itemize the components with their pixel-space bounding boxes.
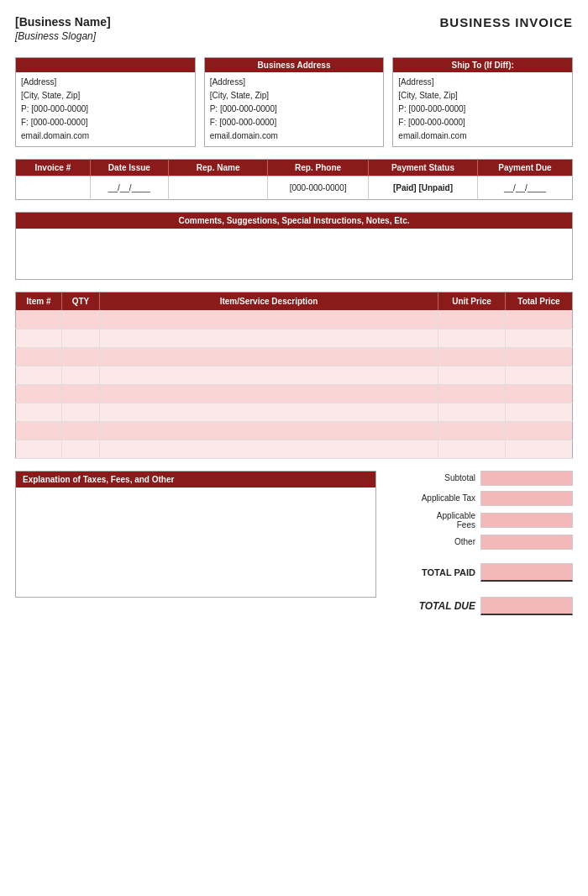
meta-payment-due[interactable]: __/__/____: [478, 177, 573, 200]
table-cell-qty[interactable]: [62, 440, 100, 458]
table-row: [16, 403, 573, 421]
meta-header-date: Date Issue: [90, 160, 168, 177]
table-cell-qty[interactable]: [62, 347, 100, 366]
items-header-unit-price: Unit Price: [438, 293, 506, 311]
table-cell-description[interactable]: [100, 384, 438, 403]
total-due-row: TOTAL DUE: [388, 597, 573, 615]
table-cell-item_num[interactable]: [16, 421, 62, 440]
address-line-3: [Address]: [398, 76, 567, 89]
meta-invoice-num[interactable]: [16, 177, 91, 200]
table-cell-total_price[interactable]: [506, 421, 573, 440]
subtotal-value[interactable]: [480, 471, 573, 486]
taxes-header: Explanation of Taxes, Fees, and Other: [16, 472, 375, 488]
table-cell-item_num[interactable]: [16, 329, 62, 347]
meta-date-issue[interactable]: __/__/____: [90, 177, 168, 200]
comments-header: Comments, Suggestions, Special Instructi…: [16, 213, 572, 229]
items-header-qty: QTY: [62, 293, 100, 311]
taxes-section: Explanation of Taxes, Fees, and Other: [15, 471, 376, 598]
table-cell-description[interactable]: [100, 347, 438, 366]
fees-value[interactable]: [480, 513, 573, 528]
items-header-num: Item #: [16, 293, 62, 311]
city-state-zip-3: [City, State, Zip]: [398, 89, 567, 103]
table-cell-unit_price[interactable]: [438, 347, 506, 366]
other-value[interactable]: [480, 535, 573, 550]
meta-header-payment-status: Payment Status: [368, 160, 477, 177]
fax-2: F: [000-000-0000]: [210, 116, 379, 129]
address-body-1: [Address] [City, State, Zip] P: [000-000…: [16, 72, 195, 146]
tax-value[interactable]: [480, 491, 573, 506]
table-cell-unit_price[interactable]: [438, 421, 506, 440]
table-cell-item_num[interactable]: [16, 440, 62, 458]
subtotal-row: Subtotal: [388, 471, 573, 486]
table-cell-description[interactable]: [100, 329, 438, 347]
table-cell-unit_price[interactable]: [438, 403, 506, 421]
table-cell-description[interactable]: [100, 366, 438, 384]
table-cell-item_num[interactable]: [16, 403, 62, 421]
table-cell-unit_price[interactable]: [438, 384, 506, 403]
address-line-1: [Address]: [21, 76, 190, 89]
items-header-total-price: Total Price: [506, 293, 573, 311]
table-cell-description[interactable]: [100, 403, 438, 421]
table-cell-total_price[interactable]: [506, 310, 573, 329]
address-body-2: [Address] [City, State, Zip] P: [000-000…: [205, 72, 384, 146]
table-row: [16, 329, 573, 347]
table-cell-unit_price[interactable]: [438, 366, 506, 384]
comments-body[interactable]: [16, 229, 572, 279]
comments-section: Comments, Suggestions, Special Instructi…: [15, 212, 573, 280]
total-due-label: TOTAL DUE: [400, 600, 475, 612]
total-due-value[interactable]: [480, 597, 573, 615]
table-cell-qty[interactable]: [62, 329, 100, 347]
address-header-2: Business Address: [205, 58, 384, 72]
tax-row: Applicable Tax: [388, 491, 573, 506]
table-cell-total_price[interactable]: [506, 347, 573, 366]
meta-table: Invoice # Date Issue Rep. Name Rep. Phon…: [15, 159, 573, 200]
table-cell-description[interactable]: [100, 421, 438, 440]
table-cell-total_price[interactable]: [506, 366, 573, 384]
address-header-1: [16, 58, 195, 72]
table-cell-total_price[interactable]: [506, 440, 573, 458]
table-cell-item_num[interactable]: [16, 366, 62, 384]
table-cell-description[interactable]: [100, 440, 438, 458]
table-row: [16, 366, 573, 384]
table-cell-item_num[interactable]: [16, 384, 62, 403]
table-cell-qty[interactable]: [62, 366, 100, 384]
table-cell-total_price[interactable]: [506, 384, 573, 403]
fax-1: F: [000-000-0000]: [21, 116, 190, 129]
taxes-body[interactable]: [16, 488, 375, 597]
business-name: [Business Name]: [15, 15, 111, 29]
total-paid-value[interactable]: [480, 563, 573, 582]
bottom-section: Explanation of Taxes, Fees, and Other Su…: [15, 471, 573, 615]
table-cell-qty[interactable]: [62, 310, 100, 329]
email-2: email.domain.com: [210, 129, 379, 143]
table-cell-unit_price[interactable]: [438, 310, 506, 329]
business-slogan: [Business Slogan]: [15, 30, 111, 42]
table-cell-unit_price[interactable]: [438, 329, 506, 347]
table-cell-qty[interactable]: [62, 384, 100, 403]
city-state-zip-2: [City, State, Zip]: [210, 89, 379, 103]
address-header-3: Ship To (If Diff):: [393, 58, 572, 72]
meta-payment-status[interactable]: [Paid] [Unpaid]: [368, 177, 477, 200]
table-cell-description[interactable]: [100, 310, 438, 329]
table-row: [16, 384, 573, 403]
address-line-2: [Address]: [210, 76, 379, 89]
table-cell-total_price[interactable]: [506, 329, 573, 347]
table-cell-unit_price[interactable]: [438, 440, 506, 458]
phone-2: P: [000-000-0000]: [210, 103, 379, 116]
table-cell-total_price[interactable]: [506, 403, 573, 421]
fax-3: F: [000-000-0000]: [398, 116, 567, 129]
meta-header-invoice: Invoice #: [16, 160, 91, 177]
address-section: [Address] [City, State, Zip] P: [000-000…: [15, 57, 573, 147]
fees-row: Applicable Fees: [388, 511, 573, 530]
email-1: email.domain.com: [21, 129, 190, 143]
table-cell-item_num[interactable]: [16, 347, 62, 366]
phone-3: P: [000-000-0000]: [398, 103, 567, 116]
meta-rep-name[interactable]: [168, 177, 267, 200]
table-cell-item_num[interactable]: [16, 310, 62, 329]
meta-rep-phone[interactable]: [000-000-0000]: [268, 177, 369, 200]
table-cell-qty[interactable]: [62, 403, 100, 421]
business-info: [Business Name] [Business Slogan]: [15, 15, 111, 42]
table-cell-qty[interactable]: [62, 421, 100, 440]
invoice-title: BUSINESS INVOICE: [439, 15, 573, 29]
items-table: Item # QTY Item/Service Description Unit…: [15, 292, 573, 459]
table-row: [16, 440, 573, 458]
